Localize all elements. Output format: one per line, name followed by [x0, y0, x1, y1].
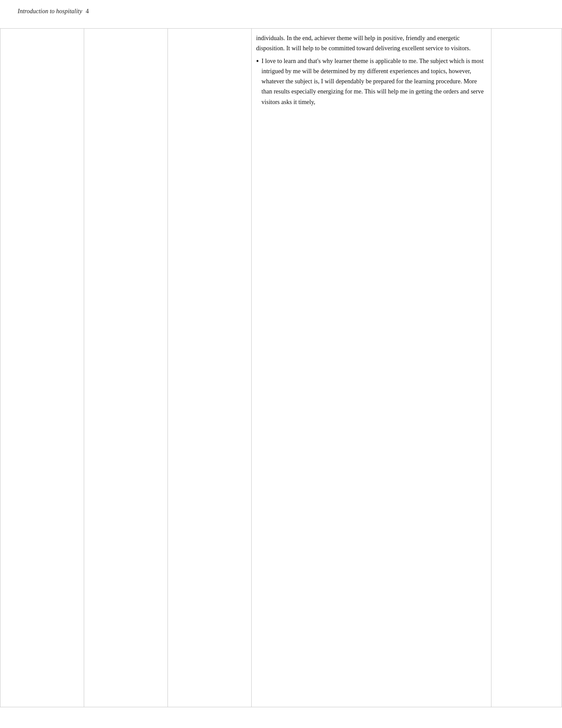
- bullet-dot-icon: •: [256, 55, 259, 68]
- page-content: individuals. In the end, achiever theme …: [0, 19, 562, 716]
- column-left-2: [84, 28, 167, 707]
- bullet-item: • I love to learn and that's why learner…: [256, 56, 485, 107]
- column-text: individuals. In the end, achiever theme …: [251, 28, 491, 707]
- header-number: 4: [86, 8, 89, 15]
- header-title: Introduction to hospitality: [18, 8, 82, 15]
- main-paragraph: individuals. In the end, achiever theme …: [256, 35, 471, 52]
- column-left-1: [0, 28, 84, 707]
- page-header: Introduction to hospitality 4: [0, 0, 562, 19]
- column-right: [491, 28, 562, 707]
- text-content: individuals. In the end, achiever theme …: [256, 33, 485, 107]
- bullet-text: I love to learn and that's why learner t…: [261, 56, 485, 107]
- column-left-3: [167, 28, 251, 707]
